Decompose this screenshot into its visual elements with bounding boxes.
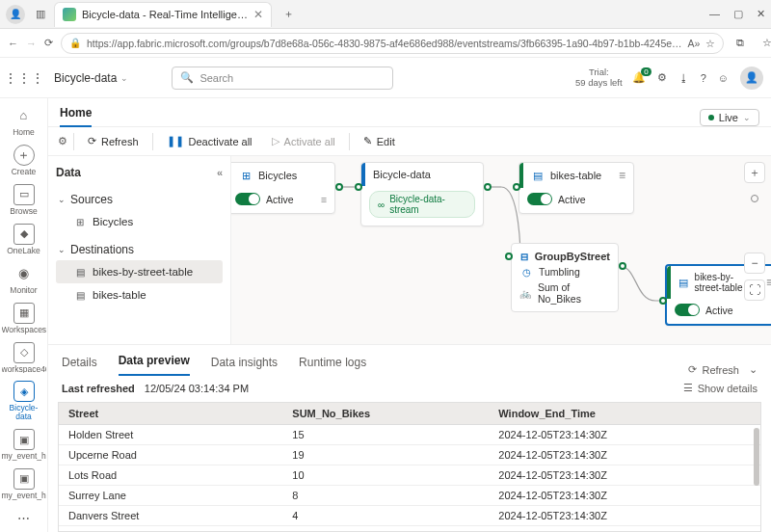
rail-item[interactable]: ◈Bicycle-data xyxy=(1,378,47,424)
tab-data-preview[interactable]: Data preview xyxy=(119,354,190,376)
rail-item[interactable]: ⋯ xyxy=(1,505,47,532)
collapse-panel-icon[interactable]: « xyxy=(217,167,223,178)
tab-details[interactable]: Details xyxy=(62,356,97,376)
toggle-active[interactable] xyxy=(675,304,700,316)
deactivate-all-button[interactable]: ❚❚Deactivate all xyxy=(159,132,260,150)
zoom-handle[interactable] xyxy=(751,195,758,202)
favorites-icon[interactable]: ☆ xyxy=(758,36,771,51)
rail-item[interactable]: ◉Monitor xyxy=(1,260,47,298)
tab-home[interactable]: Home xyxy=(60,106,92,127)
search-input[interactable]: 🔍 Search xyxy=(172,66,393,90)
node-bicycles[interactable]: ⊞Bicycles Active≡ xyxy=(231,162,335,214)
output-port[interactable] xyxy=(335,183,343,191)
rail-label: Workspaces xyxy=(2,326,46,334)
show-details-button[interactable]: ☰Show details xyxy=(683,382,758,394)
breadcrumb[interactable]: Bicycle-data ⌄ xyxy=(54,71,128,85)
node-menu-icon[interactable]: ≡ xyxy=(619,169,625,182)
rail-item[interactable]: ▭Browse xyxy=(1,181,47,219)
back-button[interactable]: ← xyxy=(8,33,18,54)
settings-icon[interactable]: ⚙ xyxy=(657,71,667,84)
sources-section[interactable]: ⌄Sources xyxy=(56,189,223,210)
table-row[interactable]: Upcerne Road192024-12-05T23:14:30Z xyxy=(59,445,760,466)
trial-status[interactable]: Trial: 59 days left xyxy=(575,67,623,88)
column-header[interactable]: Window_End_Time xyxy=(489,403,760,425)
close-window-icon[interactable]: ✕ xyxy=(757,8,765,20)
fit-view-button[interactable]: ⛶ xyxy=(744,279,765,301)
table-cell: 8 xyxy=(282,486,489,506)
table-row[interactable]: Lots Road102024-12-05T23:14:30Z xyxy=(59,466,760,486)
input-port[interactable] xyxy=(513,183,520,191)
notifications-button[interactable]: 🔔0 xyxy=(632,71,646,84)
item-icon: ▤ xyxy=(73,265,87,279)
browser-address-row: ← → ⟳ 🔒 https://app.fabric.microsoft.com… xyxy=(0,29,771,58)
rail-item[interactable]: ▣my_event_house xyxy=(1,426,47,464)
rail-item[interactable]: ▣my_event_house xyxy=(1,466,47,503)
table-row[interactable]: Drayton Gardens152024-12-05T23:14:30Z xyxy=(59,526,760,533)
toggle-active[interactable] xyxy=(235,193,260,205)
expand-panel-icon[interactable]: ⌄ xyxy=(749,363,758,376)
browser-tab[interactable]: Bicycle-data - Real-Time Intellige… ✕ xyxy=(54,2,272,27)
rail-item[interactable]: ◆OneLake xyxy=(1,221,47,258)
account-avatar[interactable]: 👤 xyxy=(740,66,763,90)
live-indicator[interactable]: Live ⌄ xyxy=(700,109,759,126)
table-row[interactable]: Surrey Lane82024-12-05T23:14:30Z xyxy=(59,486,760,506)
node-bikes-table[interactable]: ▤bikes-table≡ Active xyxy=(518,162,634,214)
new-tab-button[interactable]: ＋ xyxy=(278,3,301,26)
node-groupbystreet[interactable]: ⊟GroupByStreet ◷Tumbling 🚲Sum of No_Bike… xyxy=(511,243,619,312)
column-header[interactable]: SUM_No_Bikes xyxy=(282,403,489,425)
rail-icon: ▭ xyxy=(13,184,35,205)
rail-item[interactable]: ▦Workspaces xyxy=(1,300,47,337)
collections-icon[interactable]: ⧉ xyxy=(731,36,749,51)
app-launcher-icon[interactable]: ⋮⋮⋮ xyxy=(0,58,48,98)
node-menu-icon[interactable]: ≡ xyxy=(766,276,771,289)
rail-item[interactable]: ◇workspace46443334 xyxy=(1,339,47,377)
zoom-in-button[interactable]: ＋ xyxy=(744,162,765,183)
settings-gear-icon[interactable]: ⚙ xyxy=(58,135,67,147)
browser-profile-icon[interactable]: 👤 xyxy=(6,5,25,24)
column-header[interactable]: Street xyxy=(59,403,282,425)
notif-badge: 0 xyxy=(641,67,651,76)
input-port[interactable] xyxy=(505,253,513,260)
chevron-down-icon: ⌄ xyxy=(120,73,128,83)
read-aloud-icon[interactable]: A» xyxy=(688,38,701,49)
table-cell: 19 xyxy=(282,445,489,466)
input-port[interactable] xyxy=(659,297,667,305)
workspaces-icon[interactable]: ▥ xyxy=(33,7,48,22)
rail-icon: ▣ xyxy=(13,429,35,450)
rail-item[interactable]: ＋Create xyxy=(1,142,47,179)
table-row[interactable]: Danvers Street42024-12-05T23:14:30Z xyxy=(59,506,760,526)
node-stream[interactable]: Bicycle-data ∞Bicycle-data-stream xyxy=(360,162,484,226)
toggle-active[interactable] xyxy=(527,193,552,205)
address-bar[interactable]: 🔒 https://app.fabric.microsoft.com/group… xyxy=(61,33,724,54)
output-port[interactable] xyxy=(619,262,626,270)
rail-item[interactable]: ⌂Home xyxy=(1,102,47,140)
maximize-icon[interactable]: ▢ xyxy=(733,8,743,20)
reload-button[interactable]: ⟳ xyxy=(44,33,53,54)
destinations-section[interactable]: ⌄Destinations xyxy=(56,239,223,260)
download-icon[interactable]: ⭳ xyxy=(678,72,689,84)
table-cell: Surrey Lane xyxy=(59,486,282,506)
refresh-button[interactable]: ⟳Refresh xyxy=(80,132,146,150)
feedback-icon[interactable]: ☺ xyxy=(718,72,729,84)
stream-pill[interactable]: ∞Bicycle-data-stream xyxy=(369,191,475,218)
tree-item[interactable]: ▤bikes-table xyxy=(56,283,223,306)
table-row[interactable]: Holden Street152024-12-05T23:14:30Z xyxy=(59,425,760,445)
edit-button[interactable]: ✎Edit xyxy=(356,132,403,150)
table-icon: ▤ xyxy=(531,169,545,182)
zoom-out-button[interactable]: − xyxy=(744,253,765,274)
minimize-icon[interactable]: — xyxy=(709,8,720,20)
help-icon[interactable]: ? xyxy=(701,72,706,84)
canvas[interactable]: ⊞Bicycles Active≡ Bicycle-data ∞Bicycle-… xyxy=(231,156,771,344)
refresh-preview-button[interactable]: ⟳Refresh xyxy=(688,363,739,376)
tree-item[interactable]: ⊞Bicycles xyxy=(56,210,223,233)
tab-runtime-logs[interactable]: Runtime logs xyxy=(299,356,366,376)
output-port[interactable] xyxy=(484,183,492,191)
tab-data-insights[interactable]: Data insights xyxy=(211,356,278,376)
tree-item[interactable]: ▤bikes-by-street-table xyxy=(56,260,223,283)
forward-button[interactable]: → xyxy=(26,33,37,54)
node-menu-icon[interactable]: ≡ xyxy=(321,194,327,205)
close-tab-icon[interactable]: ✕ xyxy=(253,8,263,21)
input-port[interactable] xyxy=(355,183,362,191)
favorite-icon[interactable]: ☆ xyxy=(705,38,715,49)
scrollbar[interactable] xyxy=(754,428,759,530)
